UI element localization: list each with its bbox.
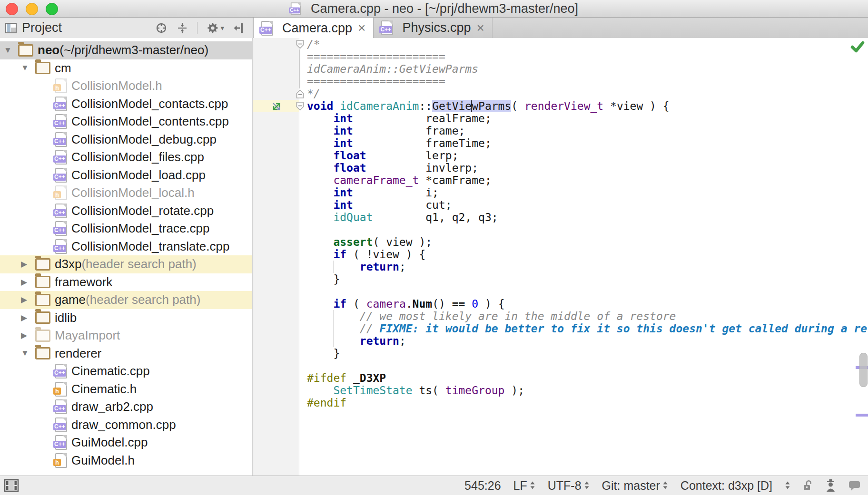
code-line[interactable]: #ifdef _D3XP xyxy=(299,372,386,384)
tree-item-idlib[interactable]: ▶idlib xyxy=(0,309,253,327)
tree-item-mayaimport[interactable]: ▶MayaImport xyxy=(0,327,253,345)
tree-item-suffix: (header search path) xyxy=(86,292,200,307)
context-select-arrows[interactable] xyxy=(785,479,790,493)
tree-item-collisionmodel-trace-cpp[interactable]: C++CollisionModel_trace.cpp xyxy=(0,220,253,238)
tree-item-collisionmodel-load-cpp[interactable]: C++CollisionModel_load.cpp xyxy=(0,166,253,184)
chevron-collapsed-icon[interactable]: ▶ xyxy=(21,259,35,269)
code-line[interactable]: ===================== xyxy=(299,50,445,63)
git-branch-select-label: Git: master xyxy=(602,479,660,493)
code-line[interactable]: // we most likely are in the middle of a… xyxy=(299,310,676,322)
code-line[interactable]: int cut; xyxy=(299,199,452,211)
tree-item-collisionmodel-debug-cpp[interactable]: C++CollisionModel_debug.cpp xyxy=(0,131,253,149)
code-line[interactable]: if ( camera.Num() == 0 ) { xyxy=(299,298,505,310)
tree-item-draw-arb2-cpp[interactable]: C++draw_arb2.cpp xyxy=(0,398,253,416)
code-line[interactable]: assert( view ); xyxy=(299,236,432,248)
hector-inspections-icon[interactable] xyxy=(825,479,836,492)
tree-item-label: d3xp xyxy=(55,257,81,272)
unlock-icon[interactable] xyxy=(803,480,813,492)
code-line[interactable]: float invlerp; xyxy=(299,162,478,174)
tree-item-guimodel-cpp[interactable]: C++GuiModel.cpp xyxy=(0,434,253,452)
code-line[interactable]: SetTimeState ts( timeGroup ); xyxy=(299,384,524,397)
code-line[interactable]: float lerp; xyxy=(299,149,459,162)
code-line[interactable]: int frame; xyxy=(299,125,465,137)
tree-item-cinematic-cpp[interactable]: C++Cinematic.cpp xyxy=(0,362,253,380)
jump-marker-icon[interactable] xyxy=(270,100,283,115)
status-bar-items: 545:26LFUTF-8Git: masterContext: d3xp [D… xyxy=(464,479,868,493)
tree-item-label: CollisionModel_rotate.cpp xyxy=(71,204,214,218)
tree-item-draw-common-cpp[interactable]: C++draw_common.cpp xyxy=(0,416,253,434)
chevron-collapsed-icon[interactable]: ▶ xyxy=(21,295,35,305)
code-line[interactable]: #endif xyxy=(299,397,346,409)
tree-item-collisionmodel-local-h[interactable]: hCollisionModel_local.h xyxy=(0,184,253,202)
project-view-icon xyxy=(5,22,17,34)
tree-item-game[interactable]: ▶game (header search path) xyxy=(0,291,253,309)
line-separator-select[interactable]: LF xyxy=(513,479,535,493)
chevron-expanded-icon[interactable]: ▼ xyxy=(21,63,35,73)
settings-gear-icon[interactable]: ▾ xyxy=(206,21,224,35)
tab-physics-cpp[interactable]: C++Physics.cpp× xyxy=(374,18,492,38)
close-tab-icon[interactable]: × xyxy=(477,21,484,35)
notifications-bubble-icon[interactable] xyxy=(848,481,860,491)
tree-item-collisionmodel-contents-cpp[interactable]: C++CollisionModel_contents.cpp xyxy=(0,113,253,131)
fold-collapse-icon[interactable] xyxy=(296,39,305,51)
fold-end-icon[interactable] xyxy=(296,89,305,101)
tab-camera-cpp[interactable]: C++Camera.cpp× xyxy=(253,18,374,39)
locate-icon[interactable] xyxy=(155,22,168,34)
toolbar-separator xyxy=(197,22,197,34)
tree-item-neo[interactable]: ▼neo (~/prj/dhewm3-master/neo) xyxy=(0,41,253,59)
tree-item-collisionmodel-translate-cpp[interactable]: C++CollisionModel_translate.cpp xyxy=(0,238,253,256)
tree-item-collisionmodel-h[interactable]: hCollisionModel.h xyxy=(0,77,253,95)
code-line[interactable]: if ( !view ) { xyxy=(299,248,425,261)
tree-item-label: renderer xyxy=(55,346,101,361)
tree-item-cinematic-h[interactable]: hCinematic.h xyxy=(0,380,253,398)
tree-item-d3xp[interactable]: ▶d3xp (header search path) xyxy=(0,255,253,273)
code-line[interactable]: ===================== xyxy=(299,75,445,87)
code-line[interactable]: idCameraAnim::GetViewParms xyxy=(299,63,478,75)
code-line[interactable]: int i; xyxy=(299,186,439,199)
code-line[interactable] xyxy=(299,359,307,372)
tree-item-collisionmodel-rotate-cpp[interactable]: C++CollisionModel_rotate.cpp xyxy=(0,202,253,220)
inspection-ok-check-icon[interactable] xyxy=(850,40,865,55)
tree-item-label: idlib xyxy=(55,311,77,325)
code-line[interactable]: // FIXME: it would be better to fix it s… xyxy=(299,322,867,335)
code-line[interactable]: idQuat q1, q2, q3; xyxy=(299,211,498,223)
code-line[interactable]: return; xyxy=(299,335,406,347)
git-branch-select[interactable]: Git: master xyxy=(602,479,668,493)
encoding-select[interactable]: UTF-8 xyxy=(548,479,590,493)
tree-item-guimodel-h[interactable]: hGuiModel.h xyxy=(0,452,253,470)
app-window: C++ Camera.cpp - neo - [~/prj/dhewm3-mas… xyxy=(0,0,868,495)
toggle-toolwindows-icon[interactable] xyxy=(4,479,19,492)
code-editor[interactable]: /*=====================idCameraAnim::Get… xyxy=(299,38,868,476)
code-line[interactable]: } xyxy=(299,273,340,285)
editor-scrollbar-thumb[interactable] xyxy=(859,353,868,387)
minimize-window-button[interactable] xyxy=(26,3,38,15)
code-line[interactable] xyxy=(299,223,307,236)
code-line[interactable]: int frameTime; xyxy=(299,137,492,149)
cpp-file-icon: C++ xyxy=(291,2,301,15)
chevron-expanded-icon[interactable]: ▼ xyxy=(4,46,18,55)
chevron-collapsed-icon[interactable]: ▶ xyxy=(21,313,35,323)
tree-item-cm[interactable]: ▼cm xyxy=(0,59,253,78)
code-line[interactable]: return; xyxy=(299,261,406,273)
code-line[interactable]: void idCameraAnim::GetViewParms( renderV… xyxy=(299,100,670,112)
fold-collapse-icon[interactable] xyxy=(296,101,305,113)
chevron-collapsed-icon[interactable]: ▶ xyxy=(21,277,35,287)
close-tab-icon[interactable]: × xyxy=(358,21,365,35)
code-line[interactable]: cameraFrame_t *camFrame; xyxy=(299,174,492,186)
tree-item-renderer[interactable]: ▼renderer xyxy=(0,345,253,363)
code-line[interactable]: int realFrame; xyxy=(299,112,492,125)
close-window-button[interactable] xyxy=(6,3,18,15)
zoom-window-button[interactable] xyxy=(46,3,58,15)
chevron-expanded-icon[interactable]: ▼ xyxy=(21,349,35,358)
project-tree: ▼neo (~/prj/dhewm3-master/neo)▼cmhCollis… xyxy=(0,38,253,476)
tree-item-suffix: (header search path) xyxy=(81,257,196,272)
tree-item-framework[interactable]: ▶framework xyxy=(0,273,253,291)
chevron-collapsed-icon[interactable]: ▶ xyxy=(21,330,35,340)
code-line[interactable] xyxy=(299,285,307,298)
hide-panel-icon[interactable] xyxy=(233,22,245,34)
tree-item-label: neo xyxy=(38,43,59,58)
code-line[interactable]: } xyxy=(299,347,340,359)
collapse-all-icon[interactable] xyxy=(176,22,188,34)
tree-item-collisionmodel-files-cpp[interactable]: C++CollisionModel_files.cpp xyxy=(0,148,253,166)
tree-item-collisionmodel-contacts-cpp[interactable]: C++CollisionModel_contacts.cpp xyxy=(0,95,253,113)
